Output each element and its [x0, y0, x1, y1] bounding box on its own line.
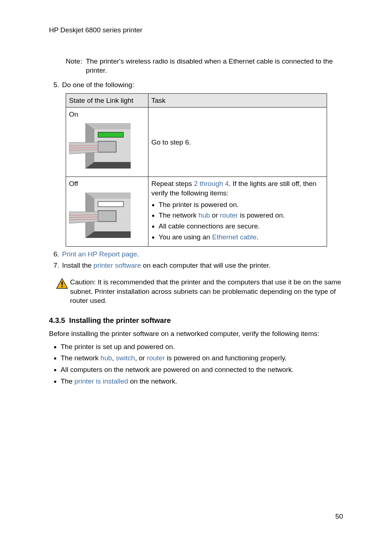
- step-7: 7. Install the printer software on each …: [49, 261, 343, 270]
- note-label: Note:: [66, 57, 86, 75]
- verify-network-devices: The network hub, switch, or router is po…: [61, 353, 343, 363]
- v2-d: is powered on and functioning properly.: [165, 354, 287, 362]
- step-5: 5. Do one of the following:: [49, 80, 343, 90]
- caution-body: It is recommended that the printer and t…: [70, 278, 341, 304]
- table-row-off: Off Repe: [66, 177, 327, 246]
- caution-icon: [56, 277, 70, 292]
- page-header-title: HP Deskjet 6800 series printer: [49, 25, 343, 35]
- link-ethernet-cable[interactable]: Ethernet cable: [212, 233, 257, 241]
- v2-b: ,: [112, 354, 116, 362]
- bullet-hub-router: The network hub or router is powered on.: [159, 211, 324, 220]
- bullet-ethernet-cable: You are using an Ethernet cable.: [159, 232, 324, 242]
- v2-a: The network: [61, 354, 101, 362]
- cell-state-on: On: [66, 108, 148, 177]
- link-light-table: State of the Link light Task On: [66, 93, 327, 247]
- verify-printer-installed: The printer is installed on the network.: [61, 377, 343, 386]
- state-on-label: On: [69, 110, 78, 118]
- step-6-number: 6.: [49, 250, 62, 259]
- step-7-lead: Install the: [62, 262, 94, 269]
- svg-rect-5: [98, 141, 116, 152]
- section-heading: 4.3.5 Installing the printer software: [49, 316, 343, 325]
- caution-label: Caution:: [70, 278, 96, 286]
- svg-rect-4: [98, 132, 123, 137]
- verify-printer-setup: The printer is set up and powered on.: [61, 342, 343, 352]
- table-header-row: State of the Link light Task: [66, 93, 327, 108]
- step-6-tail: .: [137, 250, 139, 258]
- link-hub[interactable]: hub: [199, 211, 210, 219]
- link-hp-report-page[interactable]: Print an HP Report page: [62, 250, 137, 258]
- step-7-tail: on each computer that will use the print…: [141, 262, 271, 269]
- link-router[interactable]: router: [220, 211, 238, 219]
- th-state: State of the Link light: [66, 93, 148, 108]
- b2-c: is powered on.: [238, 211, 285, 219]
- b4-a: You are using an: [159, 233, 212, 241]
- link-printer-software[interactable]: printer software: [94, 262, 141, 269]
- bullet-printer-on: The printer is powered on.: [159, 200, 324, 210]
- cell-task-on: Go to step 6.: [148, 108, 327, 177]
- cell-state-off: Off: [66, 177, 148, 246]
- ethernet-port-off-figure: [69, 191, 145, 244]
- step-7-number: 7.: [49, 261, 62, 270]
- caution-block: Caution: It is recommended that the prin…: [56, 277, 343, 305]
- b4-b: .: [257, 233, 258, 241]
- page-number: 50: [335, 512, 343, 521]
- link-router-2[interactable]: router: [147, 354, 165, 362]
- svg-rect-22: [61, 286, 62, 287]
- v4-a: The: [61, 377, 74, 385]
- bullet-cables-secure: All cable connections are secure.: [159, 222, 324, 231]
- intro-paragraph: Before installing the printer software o…: [49, 329, 343, 339]
- th-task: Task: [148, 93, 327, 108]
- section-title: Installing the printer software: [69, 316, 171, 324]
- off-bullet-list: The printer is powered on. The network h…: [151, 200, 324, 242]
- b2-a: The network: [159, 211, 199, 219]
- section-number: 4.3.5: [49, 316, 65, 324]
- link-printer-installed[interactable]: printer is installed: [74, 377, 128, 385]
- note-text: The printer's wireless radio is disabled…: [86, 57, 343, 75]
- v4-b: on the network.: [128, 377, 177, 385]
- off-lead: Repeat steps: [151, 180, 194, 187]
- state-off-label: Off: [69, 180, 78, 187]
- step-5-text: Do one of the following:: [62, 80, 343, 90]
- v2-c: , or: [135, 354, 147, 362]
- svg-rect-21: [61, 281, 62, 285]
- note-block: Note: The printer's wireless radio is di…: [66, 57, 343, 75]
- link-hub-2[interactable]: hub: [101, 354, 112, 362]
- svg-rect-14: [98, 202, 123, 207]
- svg-rect-15: [98, 211, 116, 222]
- cell-task-off: Repeat steps 2 through 4. If the lights …: [148, 177, 327, 246]
- step-6: 6. Print an HP Report page.: [49, 250, 343, 259]
- b2-b: or: [210, 211, 220, 219]
- link-steps-2-4[interactable]: 2 through 4: [194, 180, 229, 187]
- verify-list: The printer is set up and powered on. Th…: [53, 342, 343, 386]
- verify-computers-connected: All computers on the network are powered…: [61, 365, 343, 374]
- link-switch[interactable]: switch: [116, 354, 135, 362]
- ethernet-port-on-figure: [69, 121, 145, 175]
- step-5-number: 5.: [49, 80, 62, 90]
- table-row-on: On Go to step 6.: [66, 108, 327, 177]
